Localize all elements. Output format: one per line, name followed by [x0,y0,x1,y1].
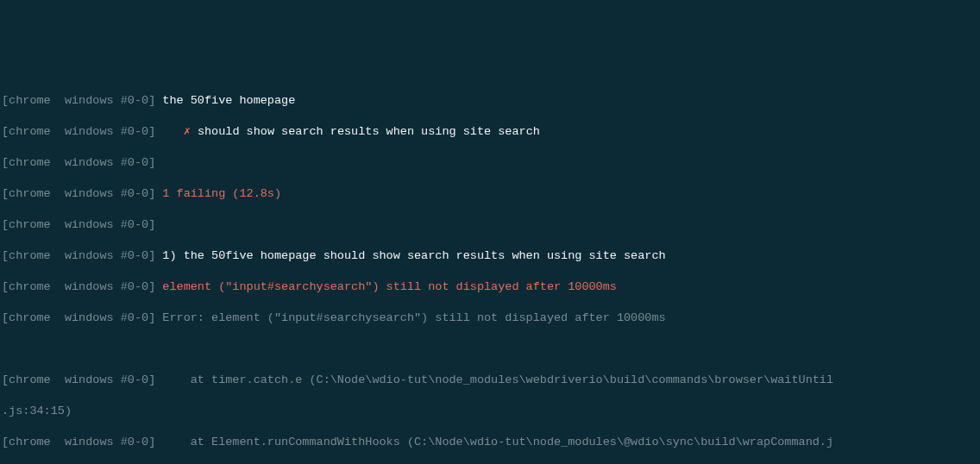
case-heading-line: [chrome windows #0-0] 1) the 50five home… [2,248,978,264]
run-prefix: [chrome windows #0-0] [2,311,155,324]
assertion-text: element ("input#searchysearch") still no… [155,280,617,293]
run-prefix: [chrome windows #0-0] [2,94,155,107]
suite-title: the 50five homepage [155,94,295,107]
run-prefix: [chrome windows #0-0] [2,125,155,138]
run-prefix: [chrome windows #0-0] [2,218,155,231]
case-heading: 1) the 50five homepage should show searc… [155,249,665,262]
cross-icon: ✗ [184,125,191,138]
assertion-line: [chrome windows #0-0] element ("input#se… [2,279,978,295]
stack-wrap-text: .js:34:15) [2,404,72,417]
run-prefix: [chrome windows #0-0] [2,249,155,262]
suite-line: [chrome windows #0-0] the 50five homepag… [2,93,978,109]
error-line: [chrome windows #0-0] Error: element ("i… [2,310,978,326]
fail-count: 1 failing (12.8s) [155,187,281,200]
stack-line: [chrome windows #0-0] at timer.catch.e (… [2,373,978,388]
stack-line: [chrome windows #0-0] at Element.runComm… [2,435,978,450]
run-prefix: [chrome windows #0-0] [2,436,155,448]
fail-test-line: [chrome windows #0-0] ✗ should show sear… [2,124,978,140]
stack-text: at Element.runCommandWithHooks (C:\Node\… [155,436,833,448]
blank-line: [chrome windows #0-0] [2,155,978,171]
blank-line: [chrome windows #0-0] [2,217,978,233]
fail-count-line: [chrome windows #0-0] 1 failing (12.8s) [2,186,978,202]
fail-test-text: should show search results when using si… [191,125,540,138]
error-text: Error: element ("input#searchysearch") s… [155,311,665,324]
stack-wrap: .js:34:15) [2,404,978,419]
run-prefix: [chrome windows #0-0] [2,373,155,386]
stack-text: at timer.catch.e (C:\Node\wdio-tut\node_… [155,373,833,386]
run-prefix: [chrome windows #0-0] [2,280,155,293]
run-prefix: [chrome windows #0-0] [2,156,155,169]
indent [155,125,183,138]
run-prefix: [chrome windows #0-0] [2,187,155,200]
terminal-output[interactable]: [chrome windows #0-0] the 50five homepag… [0,62,980,464]
